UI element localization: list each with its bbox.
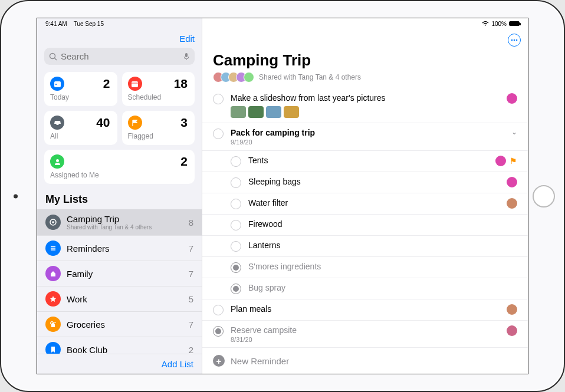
reminder-title: Lanterns xyxy=(248,241,517,250)
shared-avatars xyxy=(213,72,254,83)
list-item-reminders[interactable]: Reminders 7 xyxy=(37,236,202,261)
reminder-title: Water filter xyxy=(248,198,507,207)
card-all-count: 40 xyxy=(96,116,110,130)
inbox-icon xyxy=(50,116,64,130)
edit-button[interactable]: Edit xyxy=(179,34,195,44)
list-item-family[interactable]: Family 7 xyxy=(37,261,202,286)
calendar-today-icon xyxy=(50,77,64,91)
list-icon xyxy=(45,266,61,281)
card-assigned-label: Assigned to Me xyxy=(50,171,189,179)
new-reminder-button[interactable]: + New Reminder xyxy=(202,347,528,374)
list-item-name: Camping Trip xyxy=(67,214,189,224)
complete-toggle[interactable] xyxy=(231,262,241,273)
reminder-body: Water filter xyxy=(248,198,507,207)
list-item-text: Groceries xyxy=(67,319,189,330)
reminder-row[interactable]: Lanterns xyxy=(202,236,528,257)
ipad-device: 9:41 AM Tue Sep 15 100% Edit xyxy=(0,0,565,392)
reminder-row[interactable]: Water filter xyxy=(202,193,528,215)
reminder-row[interactable]: Plan meals xyxy=(202,299,528,321)
card-flagged[interactable]: 3 Flagged xyxy=(122,111,195,145)
reminder-right xyxy=(507,177,517,187)
list-item-count: 5 xyxy=(189,294,193,304)
new-reminder-label: New Reminder xyxy=(231,356,289,366)
battery-icon xyxy=(509,21,520,26)
card-assigned[interactable]: 2 Assigned to Me xyxy=(44,150,195,184)
front-camera xyxy=(14,194,18,198)
status-bar: 9:41 AM Tue Sep 15 100% xyxy=(37,18,528,29)
add-list-button[interactable]: Add List xyxy=(37,354,202,374)
complete-toggle[interactable] xyxy=(213,305,224,315)
list-item-camping-trip[interactable]: Camping Trip Shared with Tang Tan & 4 ot… xyxy=(37,209,202,236)
shared-info[interactable]: Shared with Tang Tan & 4 others xyxy=(202,72,528,88)
search-field[interactable] xyxy=(44,48,195,65)
list-icon xyxy=(45,291,61,307)
list-item-work[interactable]: Work 5 xyxy=(37,286,202,312)
thumbnail[interactable] xyxy=(284,106,299,118)
list-item-groceries[interactable]: Groceries 7 xyxy=(37,312,202,337)
complete-toggle[interactable] xyxy=(231,156,241,167)
list-icon xyxy=(45,241,61,256)
list-item-count: 2 xyxy=(189,345,193,354)
reminder-row[interactable]: Sleeping bags xyxy=(202,172,528,193)
reminder-title: Reserve campsite xyxy=(231,325,507,335)
list-item-text: Family xyxy=(67,269,189,279)
list-item-name: Reminders xyxy=(67,243,189,253)
mylists: Camping Trip Shared with Tang Tan & 4 ot… xyxy=(37,209,202,354)
chevron-down-icon[interactable]: ⌄ xyxy=(511,128,517,136)
reminder-right xyxy=(507,325,517,336)
complete-toggle[interactable] xyxy=(231,284,241,294)
list-item-count: 7 xyxy=(189,319,193,330)
reminder-body: Reserve campsite 8/31/20 xyxy=(231,325,507,343)
avatar xyxy=(244,72,254,83)
card-today-label: Today xyxy=(50,93,111,101)
reminder-row[interactable]: Make a slideshow from last year's pictur… xyxy=(202,88,528,123)
battery-percent: 100% xyxy=(491,21,507,27)
svg-point-0 xyxy=(50,53,55,58)
complete-toggle[interactable] xyxy=(231,177,241,188)
list-item-name: Groceries xyxy=(67,319,189,330)
svg-line-1 xyxy=(55,58,57,60)
reminder-body: S'mores ingredients xyxy=(248,262,517,271)
complete-toggle[interactable] xyxy=(231,199,241,209)
reminder-body: Tents xyxy=(248,156,495,165)
reminder-title: Bug spray xyxy=(248,283,517,292)
complete-toggle[interactable] xyxy=(231,241,241,252)
thumbnail[interactable] xyxy=(231,106,246,118)
reminder-title: Pack for camping trip xyxy=(231,128,511,137)
reminder-row[interactable]: Bug spray xyxy=(202,278,528,299)
reminder-body: Plan meals xyxy=(231,304,507,314)
list-icon xyxy=(45,342,61,354)
mic-icon[interactable] xyxy=(183,52,190,61)
reminder-row[interactable]: Firewood xyxy=(202,215,528,236)
thumbnail[interactable] xyxy=(248,106,264,118)
main-pane: Camping Trip Shared with Tang Tan & 4 ot… xyxy=(202,18,528,374)
list-icon xyxy=(45,215,61,230)
complete-toggle[interactable] xyxy=(213,94,224,104)
calendar-icon xyxy=(128,77,142,91)
svg-point-17 xyxy=(514,39,515,41)
card-flagged-count: 3 xyxy=(180,116,188,130)
wifi-icon xyxy=(482,21,489,27)
reminder-title: Plan meals xyxy=(231,304,507,314)
search-input[interactable] xyxy=(61,51,183,61)
list-item-book-club[interactable]: Book Club 2 xyxy=(37,337,202,354)
more-button[interactable] xyxy=(508,34,521,47)
list-item-text: Book Club xyxy=(67,345,189,354)
home-button[interactable] xyxy=(533,185,555,207)
reminder-row[interactable]: S'mores ingredients xyxy=(202,257,528,278)
attachment-thumbs xyxy=(231,106,507,118)
complete-toggle[interactable] xyxy=(213,326,224,337)
reminder-row[interactable]: Pack for camping trip 9/19/20 ⌄ xyxy=(202,123,528,151)
complete-toggle[interactable] xyxy=(213,129,224,139)
card-today[interactable]: 2 Today xyxy=(44,72,117,106)
svg-point-10 xyxy=(52,221,54,223)
thumbnail[interactable] xyxy=(266,106,281,118)
complete-toggle[interactable] xyxy=(231,220,241,230)
card-scheduled[interactable]: 18 Scheduled xyxy=(122,72,195,106)
reminder-row[interactable]: Reserve campsite 8/31/20 xyxy=(202,321,528,347)
assignee-avatar xyxy=(507,93,517,104)
card-all[interactable]: 40 All xyxy=(44,111,117,145)
assignee-avatar xyxy=(507,198,517,209)
assignee-avatar xyxy=(507,304,517,315)
reminder-row[interactable]: Tents ⚑ xyxy=(202,151,528,172)
